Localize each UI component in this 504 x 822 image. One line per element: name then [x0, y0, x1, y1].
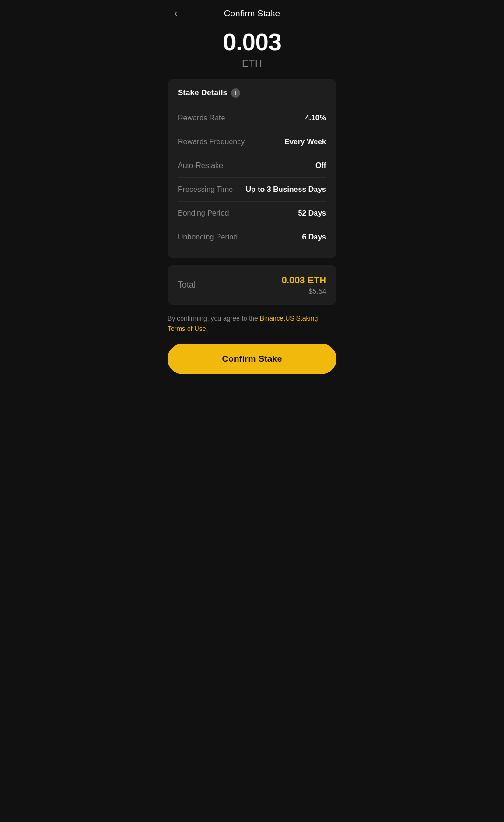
- rewards-frequency-label: Rewards Frequency: [178, 138, 245, 146]
- processing-time-label: Processing Time: [178, 185, 233, 194]
- processing-time-value: Up to 3 Business Days: [246, 185, 327, 194]
- unbonding-period-label: Unbonding Period: [178, 233, 238, 241]
- confirm-stake-button[interactable]: Confirm Stake: [168, 344, 336, 374]
- info-icon[interactable]: i: [231, 88, 240, 98]
- rewards-rate-label: Rewards Rate: [178, 114, 225, 122]
- rewards-rate-value: 4.10%: [305, 114, 326, 122]
- rewards-rate-row: Rewards Rate 4.10%: [178, 106, 326, 130]
- unbonding-period-value: 6 Days: [302, 233, 326, 241]
- amount-currency: ETH: [242, 57, 262, 70]
- amount-section: 0.003 ETH: [223, 23, 281, 79]
- terms-prefix: By confirming, you agree to the: [168, 315, 260, 322]
- total-value-section: 0.003 ETH $5.54: [281, 275, 326, 295]
- rewards-frequency-row: Rewards Frequency Every Week: [178, 130, 326, 154]
- card-title: Stake Details: [178, 88, 227, 98]
- total-eth-value: 0.003 ETH: [281, 275, 326, 286]
- back-button[interactable]: ‹: [170, 6, 181, 21]
- total-usd-value: $5.54: [308, 287, 326, 295]
- processing-time-row: Processing Time Up to 3 Business Days: [178, 177, 326, 201]
- amount-value: 0.003: [223, 29, 281, 56]
- total-label: Total: [178, 280, 196, 290]
- bonding-period-row: Bonding Period 52 Days: [178, 201, 326, 225]
- page-title: Confirm Stake: [224, 8, 280, 19]
- card-title-row: Stake Details i: [178, 88, 326, 98]
- auto-restake-row: Auto-Restake Off: [178, 154, 326, 177]
- terms-suffix: .: [206, 325, 208, 332]
- auto-restake-label: Auto-Restake: [178, 162, 223, 170]
- stake-details-card: Stake Details i Rewards Rate 4.10% Rewar…: [168, 79, 336, 258]
- auto-restake-value: Off: [315, 162, 326, 170]
- unbonding-period-row: Unbonding Period 6 Days: [178, 225, 326, 249]
- rewards-frequency-value: Every Week: [284, 138, 326, 146]
- screen: ‹ Confirm Stake 0.003 ETH Stake Details …: [161, 0, 343, 388]
- bonding-period-value: 52 Days: [298, 209, 327, 218]
- header: ‹ Confirm Stake: [161, 0, 343, 23]
- total-card: Total 0.003 ETH $5.54: [168, 265, 336, 305]
- bonding-period-label: Bonding Period: [178, 209, 229, 218]
- terms-text: By confirming, you agree to the Binance.…: [168, 314, 336, 334]
